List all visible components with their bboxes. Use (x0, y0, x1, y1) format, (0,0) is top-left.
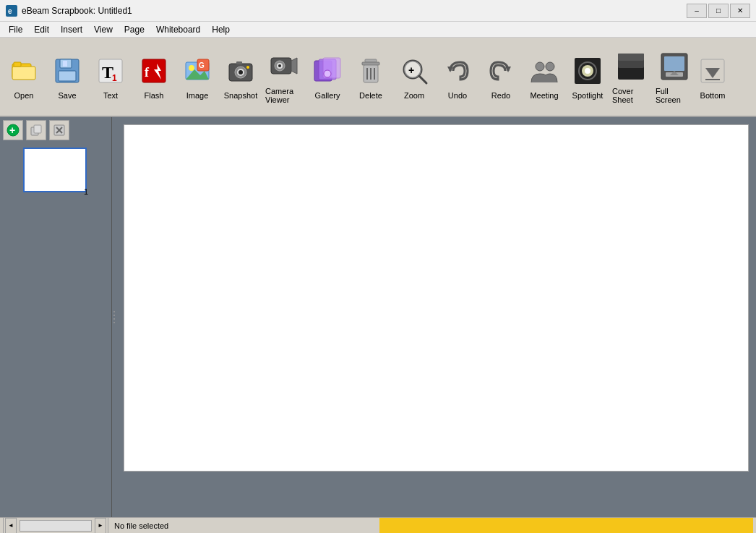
cover-sheet-button[interactable]: Cover Sheet (610, 40, 652, 113)
open-button[interactable]: Open (3, 40, 45, 113)
save-icon (50, 54, 85, 88)
camera-viewer-button[interactable]: Camera Viewer (263, 40, 305, 113)
sidebar-toolbar: + (3, 120, 108, 140)
flash-icon: f (137, 54, 171, 88)
status-left: ◄ ► No file selected (3, 517, 377, 534)
svg-text:G: G (199, 61, 205, 69)
svg-text:1: 1 (112, 73, 117, 83)
svg-point-29 (278, 64, 281, 67)
canvas-area (116, 117, 756, 517)
svg-line-44 (419, 76, 426, 83)
full-screen-button[interactable]: Full Screen (653, 40, 695, 113)
spotlight-icon (570, 54, 605, 88)
app-icon: e (6, 5, 17, 17)
duplicate-page-button[interactable] (26, 120, 46, 140)
open-icon (7, 54, 41, 88)
scroll-right-button[interactable]: ► (95, 518, 106, 534)
zoom-button[interactable]: + Zoom (393, 40, 435, 113)
svg-rect-36 (362, 62, 379, 65)
status-bar: ◄ ► No file selected (0, 517, 756, 533)
delete-icon (353, 54, 388, 88)
bottom-icon (695, 54, 730, 88)
delete-page-button[interactable] (49, 120, 69, 140)
meeting-button[interactable]: Meeting (523, 40, 565, 113)
text-button[interactable]: T 1 Text (90, 40, 132, 113)
svg-rect-57 (664, 56, 684, 71)
scroll-left-button[interactable]: ◄ (5, 518, 17, 534)
camera-viewer-icon (267, 49, 301, 84)
page-thumbnail-container: 1 (23, 148, 88, 195)
svg-rect-55 (618, 54, 644, 61)
status-text: No file selected (114, 521, 168, 530)
toolbar: Open Save T 1 Text f (0, 38, 756, 117)
cover-sheet-icon (614, 49, 648, 84)
gallery-button[interactable]: Gallery (306, 40, 348, 113)
svg-rect-35 (365, 59, 377, 62)
main-area: + 1 (0, 117, 756, 517)
title-bar-left: e eBeam Scrapbook: Untitled1 (6, 5, 132, 17)
svg-rect-8 (63, 61, 67, 67)
svg-point-23 (239, 70, 243, 74)
save-button[interactable]: Save (46, 40, 88, 113)
svg-text:+: + (9, 124, 15, 136)
sidebar: + 1 (0, 117, 112, 517)
menu-help[interactable]: Help (206, 22, 236, 37)
meeting-icon (527, 54, 562, 88)
bottom-button[interactable]: Bottom (697, 40, 729, 113)
menu-page[interactable]: Page (119, 22, 150, 37)
svg-rect-7 (59, 71, 76, 81)
menu-edit[interactable]: Edit (28, 22, 55, 37)
svg-rect-24 (236, 61, 242, 64)
title-bar-controls: – □ ✕ (687, 4, 750, 18)
svg-rect-3 (12, 67, 35, 80)
title-bar: e eBeam Scrapbook: Untitled1 – □ ✕ (0, 0, 756, 22)
text-icon: T 1 (93, 54, 128, 88)
svg-rect-4 (14, 62, 21, 67)
page-number: 1 (84, 187, 88, 196)
menu-whiteboard[interactable]: Whiteboard (150, 22, 206, 37)
spotlight-button[interactable]: Spotlight (567, 40, 609, 113)
svg-text:e: e (8, 7, 12, 15)
whiteboard-canvas[interactable] (124, 124, 749, 472)
close-button[interactable]: ✕ (730, 4, 750, 18)
menu-view[interactable]: View (88, 22, 119, 37)
svg-point-52 (585, 68, 590, 74)
add-page-button[interactable]: + (3, 120, 23, 140)
menu-bar: File Edit Insert View Page Whiteboard He… (0, 22, 756, 38)
splitter-handle (113, 311, 115, 323)
svg-point-16 (189, 65, 194, 71)
image-button[interactable]: G Image (176, 40, 218, 113)
snapshot-icon (223, 54, 258, 88)
svg-point-47 (536, 62, 544, 71)
undo-icon (440, 54, 475, 88)
zoom-icon: + (397, 54, 431, 88)
undo-button[interactable]: Undo (437, 40, 478, 113)
window-title: eBeam Scrapbook: Untitled1 (22, 6, 132, 16)
full-screen-icon (657, 49, 692, 84)
scroll-track[interactable] (20, 520, 92, 532)
redo-icon (484, 54, 518, 88)
svg-point-48 (546, 62, 554, 71)
svg-rect-66 (34, 125, 41, 133)
svg-text:+: + (408, 64, 414, 76)
minimize-button[interactable]: – (687, 4, 707, 18)
gallery-icon (310, 54, 345, 88)
menu-insert[interactable]: Insert (55, 22, 88, 37)
menu-file[interactable]: File (3, 22, 28, 37)
status-yellow-bar (379, 518, 753, 534)
svg-point-34 (324, 70, 331, 77)
flash-button[interactable]: f Flash (133, 40, 175, 113)
snapshot-button[interactable]: Snapshot (220, 40, 262, 113)
svg-text:f: f (145, 65, 150, 80)
maximize-button[interactable]: □ (708, 4, 729, 18)
svg-marker-30 (291, 58, 297, 74)
image-icon: G (180, 54, 215, 88)
page-thumbnail[interactable] (23, 148, 87, 192)
redo-button[interactable]: Redo (480, 40, 522, 113)
svg-point-25 (246, 66, 249, 69)
delete-button[interactable]: Delete (350, 40, 392, 113)
